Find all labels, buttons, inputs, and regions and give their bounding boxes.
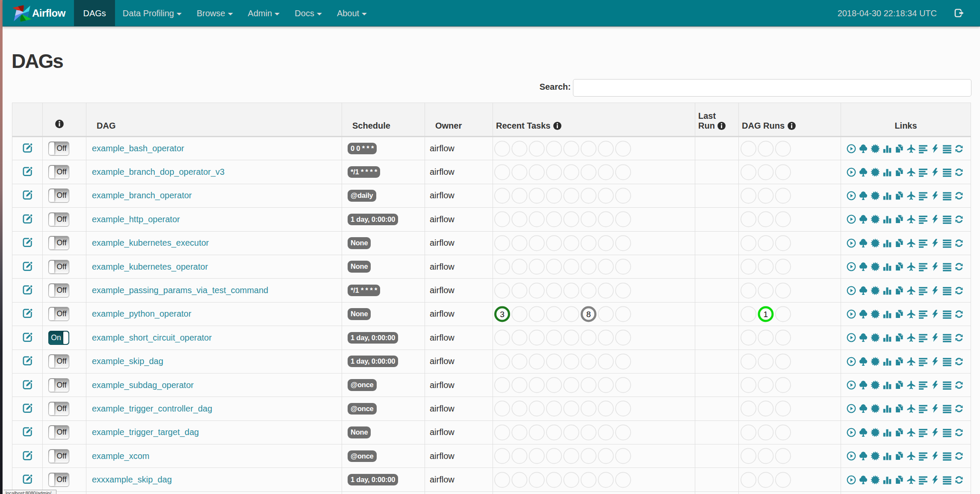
svg-text:3: 3 xyxy=(500,310,505,319)
svg-text:1: 1 xyxy=(764,310,768,319)
svg-text:8: 8 xyxy=(586,310,591,319)
